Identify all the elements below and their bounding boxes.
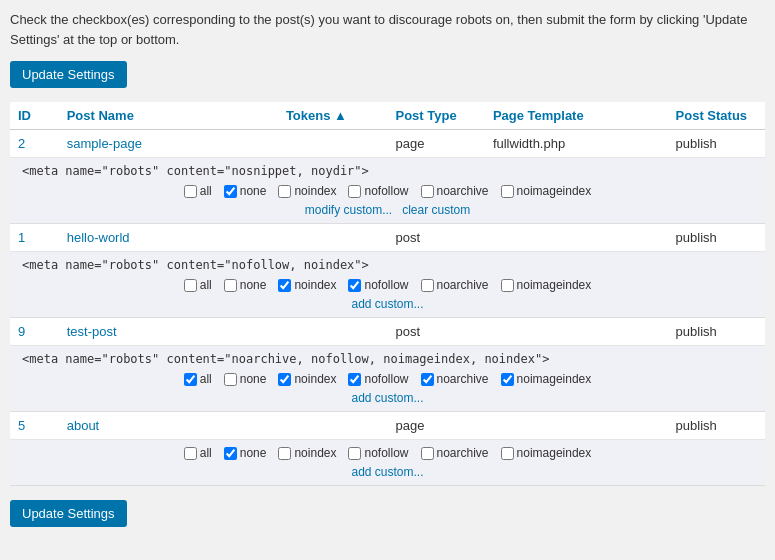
checkbox-noimageindex-5[interactable]: [501, 447, 514, 460]
header-id-link[interactable]: ID: [18, 108, 31, 123]
checkbox-label-all[interactable]: all: [184, 372, 212, 386]
post-id-link[interactable]: 1: [18, 230, 25, 245]
cell-post-name: sample-page: [59, 130, 278, 158]
checkbox-noimageindex-9[interactable]: [501, 373, 514, 386]
checkbox-noarchive-2[interactable]: [421, 185, 434, 198]
checkbox-text: noindex: [294, 184, 336, 198]
checkbox-nofollow-9[interactable]: [348, 373, 361, 386]
cell-post-type: post: [387, 224, 484, 252]
meta-row: <meta name="robots" content="nosnippet, …: [10, 158, 765, 224]
checkbox-text: noarchive: [437, 372, 489, 386]
cell-id: 2: [10, 130, 59, 158]
checkbox-none-2[interactable]: [224, 185, 237, 198]
checkbox-noimageindex-1[interactable]: [501, 279, 514, 292]
checkbox-none-9[interactable]: [224, 373, 237, 386]
checkbox-label-none[interactable]: none: [224, 184, 267, 198]
table-row: 2 sample-page page fullwidth.php publish: [10, 130, 765, 158]
header-post-type: Post Type: [387, 102, 484, 130]
update-settings-button-bottom[interactable]: Update Settings: [10, 500, 127, 527]
cell-post-status: publish: [668, 412, 765, 440]
checkbox-label-noarchive[interactable]: noarchive: [421, 278, 489, 292]
checkbox-label-noimageindex[interactable]: noimageindex: [501, 446, 592, 460]
meta-cell: <meta name="robots" content="noarchive, …: [10, 346, 765, 412]
checkbox-label-noindex[interactable]: noindex: [278, 372, 336, 386]
cell-tokens: [278, 224, 388, 252]
header-page-template: Page Template: [485, 102, 668, 130]
checkbox-label-noimageindex[interactable]: noimageindex: [501, 372, 592, 386]
checkbox-label-noimageindex[interactable]: noimageindex: [501, 278, 592, 292]
checkbox-label-noarchive[interactable]: noarchive: [421, 446, 489, 460]
checkbox-text: none: [240, 184, 267, 198]
link-add[interactable]: add custom...: [351, 465, 423, 479]
meta-cell: <meta name="robots" content="nofollow, n…: [10, 252, 765, 318]
checkbox-none-1[interactable]: [224, 279, 237, 292]
post-id-link[interactable]: 9: [18, 324, 25, 339]
post-id-link[interactable]: 2: [18, 136, 25, 151]
checkbox-text: noindex: [294, 278, 336, 292]
checkbox-nofollow-5[interactable]: [348, 447, 361, 460]
checkbox-label-nofollow[interactable]: nofollow: [348, 278, 408, 292]
checkbox-noindex-2[interactable]: [278, 185, 291, 198]
checkbox-label-noindex[interactable]: noindex: [278, 446, 336, 460]
link-clear[interactable]: clear custom: [402, 203, 470, 217]
checkbox-all-2[interactable]: [184, 185, 197, 198]
header-tokens[interactable]: Tokens ▲: [278, 102, 388, 130]
post-name-link[interactable]: test-post: [67, 324, 117, 339]
checkbox-label-nofollow[interactable]: nofollow: [348, 372, 408, 386]
checkbox-text: nofollow: [364, 184, 408, 198]
checkbox-nofollow-1[interactable]: [348, 279, 361, 292]
table-row: 1 hello-world post publish: [10, 224, 765, 252]
checkbox-label-none[interactable]: none: [224, 446, 267, 460]
checkbox-label-noimageindex[interactable]: noimageindex: [501, 184, 592, 198]
update-settings-button-top[interactable]: Update Settings: [10, 61, 127, 88]
link-add[interactable]: add custom...: [351, 297, 423, 311]
checkbox-label-noindex[interactable]: noindex: [278, 278, 336, 292]
post-name-link[interactable]: about: [67, 418, 100, 433]
checkbox-noarchive-9[interactable]: [421, 373, 434, 386]
link-add[interactable]: add custom...: [351, 391, 423, 405]
checkbox-all-9[interactable]: [184, 373, 197, 386]
header-post-name[interactable]: Post Name: [59, 102, 278, 130]
header-tokens-link[interactable]: Tokens ▲: [286, 108, 347, 123]
checkbox-none-5[interactable]: [224, 447, 237, 460]
header-post-status: Post Status: [668, 102, 765, 130]
checkbox-text: none: [240, 446, 267, 460]
checkbox-label-all[interactable]: all: [184, 278, 212, 292]
checkbox-text: noarchive: [437, 446, 489, 460]
table-row: 9 test-post post publish: [10, 318, 765, 346]
checkbox-noindex-9[interactable]: [278, 373, 291, 386]
cell-post-status: publish: [668, 318, 765, 346]
cell-page-template: [485, 318, 668, 346]
cell-id: 1: [10, 224, 59, 252]
checkbox-nofollow-2[interactable]: [348, 185, 361, 198]
checkbox-label-none[interactable]: none: [224, 278, 267, 292]
checkbox-noindex-1[interactable]: [278, 279, 291, 292]
checkbox-label-noarchive[interactable]: noarchive: [421, 184, 489, 198]
checkbox-noarchive-5[interactable]: [421, 447, 434, 460]
checkbox-label-noarchive[interactable]: noarchive: [421, 372, 489, 386]
post-id-link[interactable]: 5: [18, 418, 25, 433]
header-post-name-link[interactable]: Post Name: [67, 108, 134, 123]
checkbox-text: noindex: [294, 372, 336, 386]
checkbox-label-noindex[interactable]: noindex: [278, 184, 336, 198]
checkbox-label-none[interactable]: none: [224, 372, 267, 386]
checkbox-text: noarchive: [437, 184, 489, 198]
checkbox-noimageindex-2[interactable]: [501, 185, 514, 198]
checkbox-all-5[interactable]: [184, 447, 197, 460]
header-id[interactable]: ID: [10, 102, 59, 130]
checkbox-all-1[interactable]: [184, 279, 197, 292]
cell-post-name: test-post: [59, 318, 278, 346]
checkbox-label-nofollow[interactable]: nofollow: [348, 184, 408, 198]
post-name-link[interactable]: hello-world: [67, 230, 130, 245]
checkbox-label-nofollow[interactable]: nofollow: [348, 446, 408, 460]
checkbox-noarchive-1[interactable]: [421, 279, 434, 292]
checkbox-label-all[interactable]: all: [184, 184, 212, 198]
checkbox-row: all none noindex nofollow noarchive: [22, 372, 753, 386]
checkbox-noindex-5[interactable]: [278, 447, 291, 460]
checkbox-row: all none noindex nofollow noarchive: [22, 184, 753, 198]
checkbox-text: all: [200, 184, 212, 198]
meta-tag: <meta name="robots" content="nofollow, n…: [22, 258, 753, 272]
checkbox-label-all[interactable]: all: [184, 446, 212, 460]
link-modify[interactable]: modify custom...: [305, 203, 392, 217]
post-name-link[interactable]: sample-page: [67, 136, 142, 151]
